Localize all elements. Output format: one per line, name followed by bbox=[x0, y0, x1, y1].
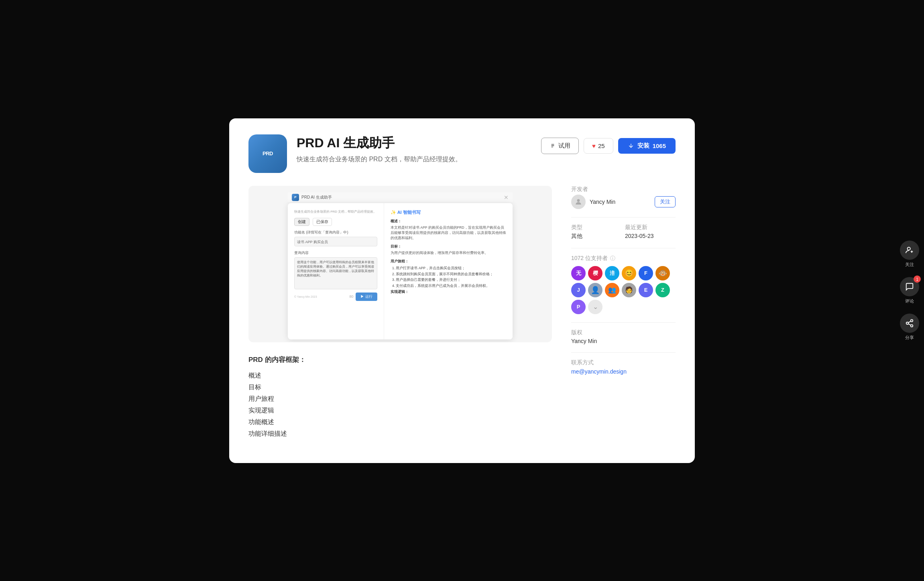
divider-1 bbox=[571, 217, 676, 217]
try-label: 试用 bbox=[558, 142, 570, 150]
app-sidebar: 开发者 Yancy Min 关注 bbox=[571, 186, 676, 439]
mini-overview-body: 本文档是针对读书 APP 的购买会员功能的PRD，旨在实现用户购买会员后能够享受… bbox=[391, 225, 506, 240]
mini-copyright: © Yancy Min 2023 bbox=[294, 295, 317, 298]
desc-item-2: 目标 bbox=[248, 382, 552, 392]
contact-email[interactable]: me@yancymin.design bbox=[571, 368, 627, 375]
avatar-5: 🐵 bbox=[655, 266, 670, 280]
contact-label: 联系方式 bbox=[571, 359, 676, 366]
desc-item-3: 用户旅程 bbox=[248, 394, 552, 404]
comment-badge: 1 bbox=[914, 276, 921, 283]
divider-4 bbox=[571, 352, 676, 353]
mini-tab-saved[interactable]: 已保存 bbox=[313, 218, 332, 226]
screenshot-wrapper: P PRD AI 生成助手 ✕ 快速生成符合业务场景的 PRD 文档，帮助产品经… bbox=[248, 186, 552, 342]
type-label: 类型 bbox=[571, 224, 622, 231]
follow-icon-circle bbox=[900, 241, 919, 260]
update-label: 最近更新 bbox=[625, 224, 676, 231]
avatar-11: Z bbox=[655, 283, 670, 297]
avatar-3: 😊 bbox=[622, 266, 636, 280]
developer-row: Yancy Min 关注 bbox=[571, 195, 676, 209]
svg-point-2 bbox=[906, 322, 909, 325]
divider-2 bbox=[571, 248, 676, 248]
mini-overview-title: 概述： bbox=[391, 219, 506, 224]
desc-item-4: 实现逻辑 bbox=[248, 406, 552, 416]
right-sidebar: 关注 1 评论 分享 bbox=[895, 233, 924, 349]
mini-goal-body: 为用户提供更好的阅读体验，增加用户留存率和付费转化率。 bbox=[391, 250, 506, 256]
like-count: 25 bbox=[598, 142, 605, 149]
app-detail-modal: PRD PRD AI 生成助手 快速生成符合业务场景的 PRD 文档，帮助产品经… bbox=[229, 118, 695, 463]
mini-title-bar: P PRD AI 生成助手 ✕ bbox=[288, 192, 513, 203]
mini-app-body: 快速生成符合业务场景的 PRD 文档，帮助产品经理提效。 创建 已保存 功能名 … bbox=[288, 203, 513, 339]
mini-journey-list: 1. 用户打开读书 APP，并点击购买会员按钮； 2. 系统跳转到购买会员页面，… bbox=[391, 266, 506, 288]
header-actions: 试用 ♥ 25 安装 1065 bbox=[541, 138, 676, 154]
share-icon-circle bbox=[900, 314, 919, 333]
follow-btn[interactable]: 关注 bbox=[900, 241, 919, 268]
like-button[interactable]: ♥ 25 bbox=[584, 138, 613, 154]
info-grid: 类型 其他 最近更新 2023-05-23 bbox=[571, 224, 676, 240]
mini-app-icon: P bbox=[292, 194, 299, 201]
mini-function-label: 功能名 (详情写在「查询内容」中) bbox=[294, 230, 377, 235]
mini-footer: © Yancy Min 2023 80 ▶ 运行 bbox=[294, 293, 377, 301]
supporters-info-icon: ⓘ bbox=[610, 255, 615, 262]
description-section: PRD 的内容框架： 概述 目标 用户旅程 实现逻辑 功能概述 功能详细描述 bbox=[248, 355, 552, 439]
mini-query-textarea[interactable]: 使用这个功能，用户可以使用特殊的会员权限来丰富他们的阅读应用体验。通过购买会员，… bbox=[294, 257, 377, 289]
follow-label: 关注 bbox=[905, 262, 914, 268]
mini-logic-title: 实现逻辑： bbox=[391, 289, 506, 295]
journey-item-4: 4. 支付成功后，系统提示用户已成为会员，并展示会员特权。 bbox=[391, 283, 506, 288]
copyright-value: Yancy Min bbox=[571, 338, 676, 344]
developer-section: 开发者 Yancy Min 关注 bbox=[571, 186, 676, 209]
section-title: PRD 的内容框架： bbox=[248, 355, 552, 364]
mini-right-content: 概述： 本文档是针对读书 APP 的购买会员功能的PRD，旨在实现用户购买会员后… bbox=[391, 219, 506, 295]
app-title: PRD AI 生成助手 bbox=[297, 134, 531, 152]
install-count: 1065 bbox=[653, 142, 666, 149]
mini-journey-title: 用户旅程： bbox=[391, 259, 506, 264]
content-area: P PRD AI 生成助手 ✕ 快速生成符合业务场景的 PRD 文档，帮助产品经… bbox=[248, 186, 676, 439]
try-button[interactable]: 试用 bbox=[541, 138, 579, 154]
svg-line-4 bbox=[908, 324, 911, 325]
mini-run-button[interactable]: ▶ 运行 bbox=[356, 293, 377, 301]
install-button[interactable]: 安装 1065 bbox=[618, 138, 676, 154]
share-btn[interactable]: 分享 bbox=[900, 314, 919, 341]
developer-name: Yancy Min bbox=[590, 199, 615, 205]
journey-item-1: 1. 用户打开读书 APP，并点击购买会员按钮； bbox=[391, 266, 506, 271]
copyright-label: 版权 bbox=[571, 329, 676, 336]
desc-item-5: 功能概述 bbox=[248, 417, 552, 427]
app-description: 快速生成符合业务场景的 PRD 文档，帮助产品经理提效。 bbox=[297, 155, 531, 164]
comment-btn[interactable]: 1 评论 bbox=[900, 277, 919, 304]
share-label: 分享 bbox=[905, 335, 914, 341]
modal-header: PRD PRD AI 生成助手 快速生成符合业务场景的 PRD 文档，帮助产品经… bbox=[248, 134, 676, 173]
avatar-6: J bbox=[571, 283, 586, 297]
avatar-12: P bbox=[571, 300, 586, 314]
developer-follow-button[interactable]: 关注 bbox=[655, 196, 676, 207]
mini-tab-create[interactable]: 创建 bbox=[294, 218, 309, 226]
mini-app-window: P PRD AI 生成助手 ✕ 快速生成符合业务场景的 PRD 文档，帮助产品经… bbox=[288, 192, 513, 329]
mini-close-icon: ✕ bbox=[504, 194, 509, 201]
mini-query-label: 查询内容 bbox=[294, 250, 377, 256]
supporters-label: 1072 位支持者 ⓘ bbox=[571, 255, 676, 262]
desc-item-6: 功能详细描述 bbox=[248, 429, 552, 439]
mini-tabs: 创建 已保存 bbox=[294, 218, 377, 226]
desc-item-1: 概述 bbox=[248, 371, 552, 381]
journey-item-3: 3. 用户选择自己需要的套餐，并进行支付； bbox=[391, 277, 506, 282]
mini-function-input[interactable]: 读书 APP 购买会员 bbox=[294, 237, 377, 246]
heart-icon: ♥ bbox=[592, 142, 596, 149]
journey-item-2: 2. 系统跳转到购买会员页面，展示不同种类的会员套餐和价格； bbox=[391, 272, 506, 277]
divider-3 bbox=[571, 322, 676, 323]
copyright-section: 版权 Yancy Min bbox=[571, 329, 676, 344]
app-icon: PRD bbox=[248, 134, 287, 173]
supporters-count-text: 1072 位支持者 bbox=[571, 255, 608, 262]
avatar-more[interactable]: ⌄ bbox=[588, 300, 602, 314]
avatar-1: 樱 bbox=[588, 266, 602, 280]
type-value: 其他 bbox=[571, 233, 622, 240]
avatar-7: 👤 bbox=[588, 283, 602, 297]
supporters-section: 1072 位支持者 ⓘ 无 樱 涪 😊 F 🐵 J 👤 👥 🧑 bbox=[571, 255, 676, 314]
mini-right-header: ✨ AI 智能书写 bbox=[391, 209, 506, 215]
description-list: 概述 目标 用户旅程 实现逻辑 功能概述 功能详细描述 bbox=[248, 371, 552, 439]
avatar-0: 无 bbox=[571, 266, 586, 280]
avatars-grid: 无 樱 涪 😊 F 🐵 J 👤 👥 🧑 E Z P ⌄ bbox=[571, 266, 676, 314]
app-info: PRD AI 生成助手 快速生成符合业务场景的 PRD 文档，帮助产品经理提效。 bbox=[297, 134, 531, 164]
main-content: P PRD AI 生成助手 ✕ 快速生成符合业务场景的 PRD 文档，帮助产品经… bbox=[248, 186, 552, 439]
svg-point-3 bbox=[911, 325, 913, 327]
mini-right-panel: ✨ AI 智能书写 概述： 本文档是针对读书 APP 的购买会员功能的PRD，旨… bbox=[384, 203, 513, 339]
avatar-2: 涪 bbox=[605, 266, 619, 280]
type-section: 类型 其他 bbox=[571, 224, 622, 240]
